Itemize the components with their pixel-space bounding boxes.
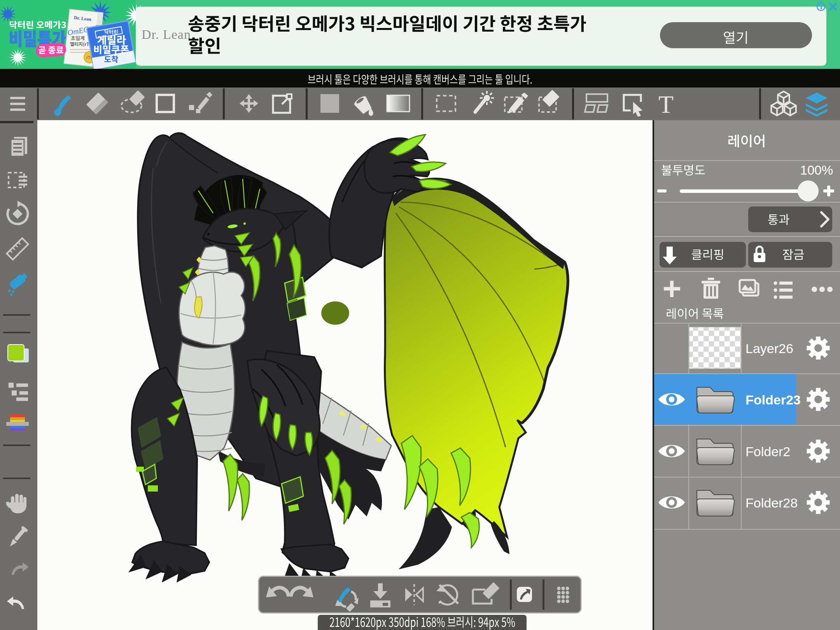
svg-text:Layer26: Layer26 [746, 341, 793, 356]
svg-text:100%: 100% [800, 163, 833, 177]
svg-text:T: T [658, 91, 674, 118]
svg-text:Folder2: Folder2 [746, 444, 790, 459]
svg-text:Dr. Lean: Dr. Lean [142, 27, 191, 42]
svg-text:Folder23: Folder23 [746, 392, 801, 407]
svg-text:Folder28: Folder28 [746, 495, 798, 510]
